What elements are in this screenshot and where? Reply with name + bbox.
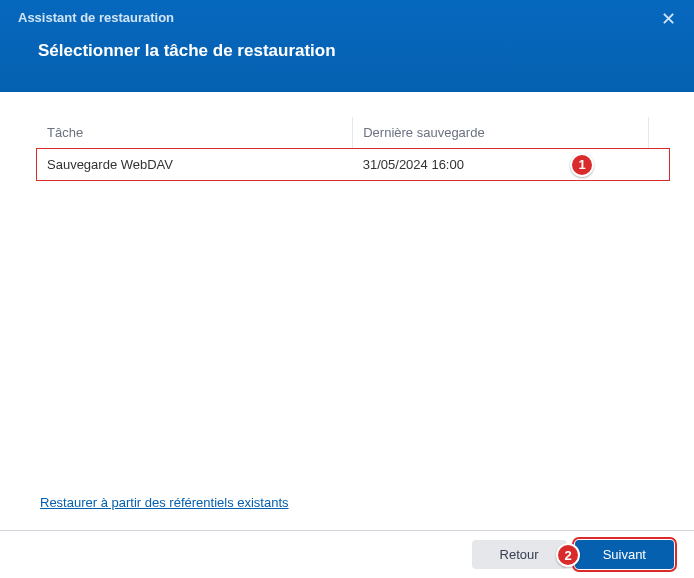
cell-spacer: [648, 149, 669, 181]
table-row[interactable]: Sauvegarde WebDAV 31/05/2024 16:00 1: [37, 149, 669, 181]
task-table-wrapper: Tâche Dernière sauvegarde Sauvegarde Web…: [36, 116, 670, 181]
annotation-badge-2: 2: [556, 543, 580, 567]
cell-date: 31/05/2024 16:00 1: [353, 149, 648, 181]
page-title: Sélectionner la tâche de restauration: [0, 31, 694, 79]
restore-existing-link[interactable]: Restaurer à partir des référentiels exis…: [40, 495, 289, 510]
dialog-footer: Retour Suivant 2: [0, 530, 694, 578]
column-header-task: Tâche: [37, 117, 353, 149]
dialog-header: Assistant de restauration Sélectionner l…: [0, 0, 694, 92]
cell-date-text: 31/05/2024 16:00: [363, 157, 464, 172]
column-header-spacer: [648, 117, 669, 149]
assistant-label: Assistant de restauration: [0, 0, 694, 31]
close-button[interactable]: ✕: [661, 10, 676, 28]
task-table: Tâche Dernière sauvegarde Sauvegarde Web…: [37, 117, 669, 180]
column-header-date: Dernière sauvegarde: [353, 117, 648, 149]
cell-task: Sauvegarde WebDAV: [37, 149, 353, 181]
close-icon: ✕: [661, 9, 676, 29]
back-button[interactable]: Retour: [472, 540, 567, 569]
dialog-content: Tâche Dernière sauvegarde Sauvegarde Web…: [0, 92, 694, 530]
next-button[interactable]: Suivant: [575, 540, 674, 569]
annotation-badge-1: 1: [570, 153, 594, 177]
